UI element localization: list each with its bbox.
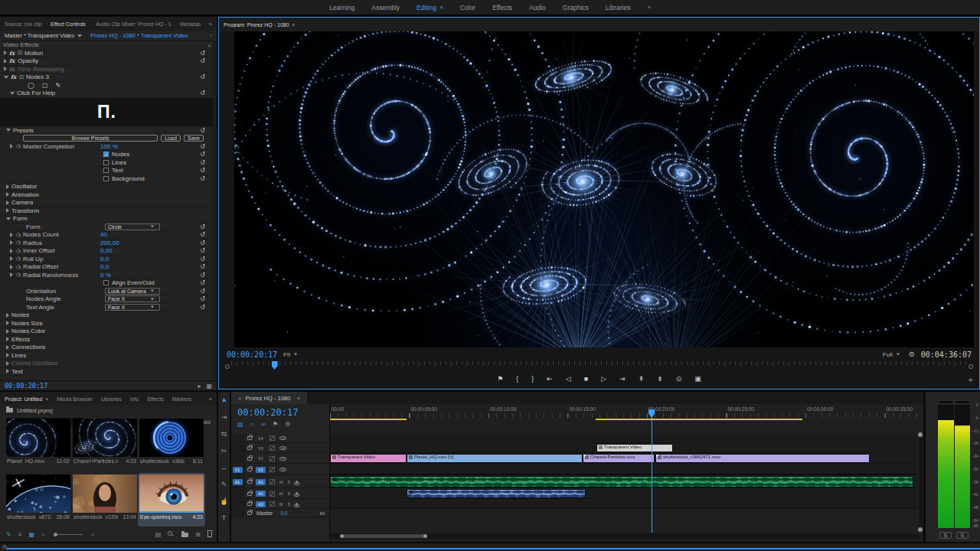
project-item-shutterstock-v6722617[interactable]: shutterstock_v6722617...28:08	[6, 474, 70, 525]
panel-tab-project-untitled[interactable]: Project: Untitled≡	[5, 396, 48, 402]
chevron-right-icon[interactable]	[10, 265, 13, 269]
panel-tab-media-browser[interactable]: Media Browser	[57, 396, 93, 402]
selection-tool[interactable]: ➤	[219, 394, 228, 407]
reset-icon[interactable]: ↺	[200, 247, 205, 254]
track-output-icon[interactable]	[279, 468, 286, 471]
add-marker-button[interactable]: ⚑	[497, 376, 503, 383]
fx-badge[interactable]: fx	[9, 50, 15, 57]
chevron-right-icon[interactable]	[10, 272, 13, 277]
pen-mask-icon[interactable]: ✎	[56, 82, 61, 89]
reset-icon[interactable]: ↺	[200, 272, 205, 279]
chevron-right-icon[interactable]	[10, 144, 13, 148]
chevron-right-icon[interactable]	[10, 233, 13, 237]
toggle-effects-icon[interactable]: ▦	[206, 383, 212, 390]
master-clip-label[interactable]: Master * Transparent Video	[5, 32, 74, 39]
track-name-v2[interactable]: V2	[256, 455, 266, 461]
track-output-icon[interactable]	[279, 446, 286, 450]
checkbox-nodes[interactable]: ✓	[103, 152, 109, 157]
panel-menu-icon[interactable]: ≡	[440, 5, 443, 10]
fit-dropdown[interactable]: Fit	[283, 351, 300, 358]
checkbox-background[interactable]	[103, 176, 109, 181]
panel-menu-icon[interactable]: ≡	[297, 396, 300, 401]
param-value[interactable]: 0,0	[100, 256, 109, 262]
chevron-right-icon[interactable]	[6, 329, 9, 334]
chevron-right-icon[interactable]	[6, 337, 9, 341]
chevron-down-icon[interactable]	[10, 92, 15, 95]
go-to-out-button[interactable]: ⇥	[619, 376, 626, 383]
reset-icon[interactable]: ↺	[200, 223, 205, 230]
chevron-right-icon[interactable]	[4, 51, 7, 55]
param-value[interactable]: 40	[100, 231, 107, 238]
thumbnail-eye[interactable]	[139, 474, 204, 513]
thumbnail-earth[interactable]	[6, 474, 70, 513]
lock-icon[interactable]	[247, 468, 252, 471]
stopwatch-icon[interactable]: ◷	[16, 272, 21, 278]
project-file-name[interactable]: Untitled.prproj	[17, 407, 53, 414]
track-name-v3[interactable]: V3	[256, 445, 266, 452]
track-name-v4[interactable]: V4	[256, 435, 266, 442]
voiceover-record-icon[interactable]	[296, 503, 298, 506]
solo-right-button[interactable]: S	[956, 532, 969, 539]
workspace-tab-editing[interactable]: Editing≡	[416, 4, 443, 11]
checkbox-align-even-odd[interactable]	[103, 280, 109, 285]
reset-icon[interactable]: ↺	[200, 57, 205, 64]
sync-lock-icon[interactable]	[270, 491, 275, 497]
track-name-a2[interactable]: A2	[256, 491, 266, 497]
find-icon[interactable]	[168, 531, 175, 538]
master-volume-value[interactable]: 0,0	[280, 510, 287, 516]
linked-selection-icon[interactable]: ∞	[261, 421, 266, 428]
panel-tab-effect-controls[interactable]: Effect Controls≡	[51, 21, 87, 27]
hand-tool[interactable]: ☝	[218, 497, 230, 505]
solo-button[interactable]: S	[288, 502, 291, 507]
chevron-right-icon[interactable]	[6, 321, 9, 325]
export-frame-button[interactable]: ⊙	[676, 376, 682, 383]
clip-planet-hq-mov-v[interactable]: Planet_HQ.mov [V]	[407, 454, 583, 463]
chevron-right-icon[interactable]	[6, 353, 9, 357]
reset-icon[interactable]: ↺	[200, 175, 205, 182]
chevron-right-icon[interactable]	[10, 256, 13, 261]
lock-icon[interactable]	[247, 492, 252, 496]
mark-out-button[interactable]: }	[531, 376, 534, 383]
icon-view-icon[interactable]: ▦	[28, 531, 34, 538]
chevron-right-icon[interactable]	[6, 201, 9, 205]
rect-mask-icon[interactable]: ▢	[42, 82, 48, 89]
solo-button[interactable]: S	[288, 480, 291, 484]
voiceover-record-icon[interactable]	[296, 492, 298, 495]
go-to-in-button[interactable]: ⇤	[547, 376, 553, 383]
panel-tabs-overflow-chevron[interactable]: »	[209, 396, 212, 403]
panel-tab-markers[interactable]: Markers	[172, 396, 191, 402]
thumbnail-spiral2[interactable]	[73, 419, 137, 457]
reset-icon[interactable]: ↺	[200, 288, 205, 295]
save-button[interactable]: Save	[184, 135, 204, 142]
form-dropdown[interactable]: Circle	[105, 223, 160, 230]
panel-tab-info[interactable]: Info	[130, 396, 139, 402]
reset-icon[interactable]: ↺	[200, 304, 205, 311]
reset-icon[interactable]: ↺	[200, 90, 205, 96]
reset-icon[interactable]: ↺	[200, 240, 205, 246]
mute-button[interactable]: M	[279, 502, 283, 507]
reset-icon[interactable]: ↺	[200, 143, 205, 150]
lock-icon[interactable]	[247, 511, 252, 515]
thumbnail-woman[interactable]	[73, 474, 137, 513]
fx-badge[interactable]: fx	[9, 66, 15, 73]
add-marker-icon[interactable]: ⚑	[273, 421, 278, 428]
clip-audio-a2[interactable]	[407, 489, 586, 498]
reset-icon[interactable]: ↺	[200, 159, 205, 166]
lock-icon[interactable]	[247, 480, 252, 484]
project-item-eye-opening-mov[interactable]: Eye-opening.mov4:23	[139, 474, 204, 525]
clip-audio-a1[interactable]	[330, 476, 913, 487]
horizontal-scrollbar[interactable]	[330, 533, 920, 539]
panel-tabs-overflow-chevron[interactable]: »	[209, 21, 212, 28]
track-name-a1[interactable]: A1	[256, 479, 266, 485]
project-item-planet-hq-mov[interactable]: Planet_HQ.mov12:02	[6, 419, 70, 469]
slip-tool[interactable]: ↔	[218, 464, 230, 471]
fx-badge[interactable]: fx	[9, 57, 15, 64]
workspace-tab-color[interactable]: Color	[460, 4, 475, 11]
mute-button[interactable]: M	[279, 480, 283, 484]
panel-collapse-icon[interactable]: ▴	[208, 42, 211, 47]
ellipse-mask-icon[interactable]: ◯	[28, 82, 34, 89]
panel-tab-audio-clip-mixer-prorez-hq-1080[interactable]: Audio Clip Mixer: Prorez HQ - 1080	[96, 21, 172, 27]
stopwatch-icon[interactable]: ◷	[16, 264, 21, 270]
chevron-right-icon[interactable]	[10, 240, 13, 245]
voiceover-record-icon[interactable]	[296, 481, 298, 484]
